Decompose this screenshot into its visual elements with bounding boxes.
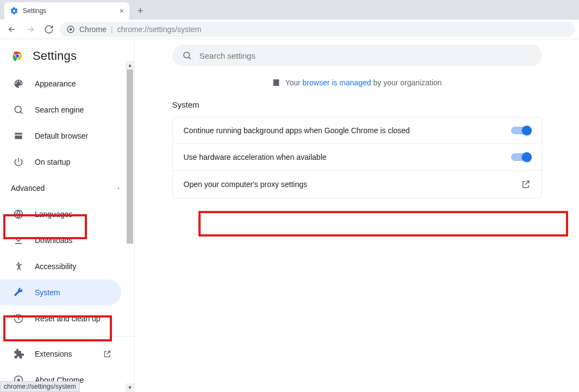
address-bar[interactable]: Chrome | chrome://settings/system bbox=[60, 22, 575, 37]
extension-icon bbox=[13, 349, 24, 359]
toggle-switch[interactable] bbox=[511, 127, 531, 134]
sidebar-item-appearance[interactable]: Appearance bbox=[0, 71, 121, 97]
app-container: Settings Appearance Search engine Defaul… bbox=[0, 39, 579, 392]
sidebar-section-advanced[interactable]: Advanced bbox=[0, 175, 134, 201]
sidebar-item-system[interactable]: System bbox=[0, 279, 121, 306]
tab-title: Settings bbox=[23, 7, 46, 15]
scrollbar-thumb[interactable] bbox=[127, 70, 133, 244]
scroll-down-button[interactable]: ▼ bbox=[126, 383, 134, 392]
setting-label: Continue running background apps when Go… bbox=[184, 126, 410, 135]
sidebar-item-label: Accessibility bbox=[35, 262, 76, 271]
svg-point-1 bbox=[70, 28, 72, 30]
page-title: Settings bbox=[33, 49, 77, 63]
reload-button[interactable] bbox=[41, 22, 57, 37]
setting-label: Use hardware acceleration when available bbox=[184, 153, 327, 161]
sidebar-item-on-startup[interactable]: On startup bbox=[0, 149, 121, 175]
managed-notice: Your browser is managed by your organiza… bbox=[272, 78, 441, 87]
sidebar-item-accessibility[interactable]: Accessibility bbox=[0, 253, 121, 279]
back-button[interactable] bbox=[4, 22, 20, 37]
sidebar-item-label: Default browser bbox=[35, 132, 88, 140]
browser-toolbar: Chrome | chrome://settings/system bbox=[0, 20, 579, 39]
globe-icon bbox=[13, 209, 24, 220]
sidebar-item-label: Languages bbox=[35, 210, 72, 219]
toggle-switch[interactable] bbox=[511, 153, 531, 161]
gear-icon bbox=[10, 7, 18, 15]
url-text: chrome://settings/system bbox=[117, 25, 201, 34]
chrome-logo-icon bbox=[11, 49, 24, 63]
divider bbox=[0, 336, 134, 337]
sidebar: Settings Appearance Search engine Defaul… bbox=[0, 39, 135, 392]
restore-icon bbox=[13, 313, 24, 324]
search-icon bbox=[182, 51, 192, 60]
setting-row-proxy[interactable]: Open your computer's proxy settings bbox=[173, 171, 541, 198]
section-title: System bbox=[172, 100, 542, 109]
url-divider: | bbox=[111, 25, 113, 34]
setting-row-hardware-accel[interactable]: Use hardware acceleration when available bbox=[173, 144, 541, 171]
browser-icon bbox=[13, 130, 24, 141]
forward-button[interactable] bbox=[23, 22, 38, 37]
sidebar-section-label: Advanced bbox=[11, 184, 45, 192]
sidebar-item-label: Appearance bbox=[35, 79, 76, 88]
chevron-up-icon bbox=[116, 185, 121, 191]
managed-link[interactable]: browser is managed bbox=[303, 78, 371, 87]
content-area: Your browser is managed by your organiza… bbox=[135, 39, 579, 392]
sidebar-item-label: Search engine bbox=[35, 105, 84, 114]
browser-tab[interactable]: Settings × bbox=[4, 2, 129, 20]
sidebar-header: Settings bbox=[0, 46, 134, 71]
new-tab-button[interactable]: + bbox=[133, 3, 148, 18]
svg-point-8 bbox=[17, 263, 19, 264]
sidebar-item-label: Extensions bbox=[35, 350, 72, 358]
sidebar-item-downloads[interactable]: Downloads bbox=[0, 227, 121, 253]
download-icon bbox=[13, 235, 24, 246]
sidebar-item-label: Reset and clean up bbox=[35, 314, 101, 323]
setting-label: Open your computer's proxy settings bbox=[184, 180, 308, 189]
sidebar-item-extensions[interactable]: Extensions bbox=[0, 341, 121, 367]
sidebar-item-reset[interactable]: Reset and clean up bbox=[0, 306, 121, 332]
scroll-up-button[interactable]: ▲ bbox=[126, 61, 134, 70]
close-icon[interactable]: × bbox=[120, 7, 124, 15]
svg-point-11 bbox=[184, 52, 190, 58]
sidebar-item-label: On startup bbox=[35, 158, 70, 166]
sidebar-item-languages[interactable]: Languages bbox=[0, 201, 121, 227]
power-icon bbox=[13, 157, 24, 167]
setting-row-background-apps[interactable]: Continue running background apps when Go… bbox=[173, 117, 541, 144]
launch-icon bbox=[521, 179, 531, 189]
accessibility-icon bbox=[13, 261, 24, 272]
search-input[interactable] bbox=[200, 51, 532, 60]
sidebar-item-search-engine[interactable]: Search engine bbox=[0, 97, 121, 123]
managed-prefix: Your bbox=[285, 78, 302, 87]
managed-suffix: by your organization bbox=[371, 78, 442, 87]
search-settings-box[interactable] bbox=[172, 45, 542, 66]
settings-section: System Continue running background apps … bbox=[172, 100, 542, 198]
url-scheme: Chrome bbox=[79, 25, 107, 34]
chrome-icon bbox=[66, 25, 75, 34]
search-icon bbox=[13, 104, 24, 115]
sidebar-item-default-browser[interactable]: Default browser bbox=[0, 123, 121, 149]
settings-card: Continue running background apps when Go… bbox=[172, 117, 542, 198]
wrench-icon bbox=[13, 287, 24, 298]
sidebar-item-label: Downloads bbox=[35, 236, 72, 245]
palette-icon bbox=[13, 78, 24, 89]
launch-icon bbox=[103, 350, 111, 358]
status-bar: chrome://settings/system bbox=[0, 381, 80, 392]
tab-strip: Settings × + bbox=[0, 0, 579, 20]
svg-point-6 bbox=[15, 106, 21, 113]
svg-point-5 bbox=[16, 54, 18, 57]
sidebar-item-label: System bbox=[35, 288, 60, 297]
building-icon bbox=[272, 78, 281, 87]
